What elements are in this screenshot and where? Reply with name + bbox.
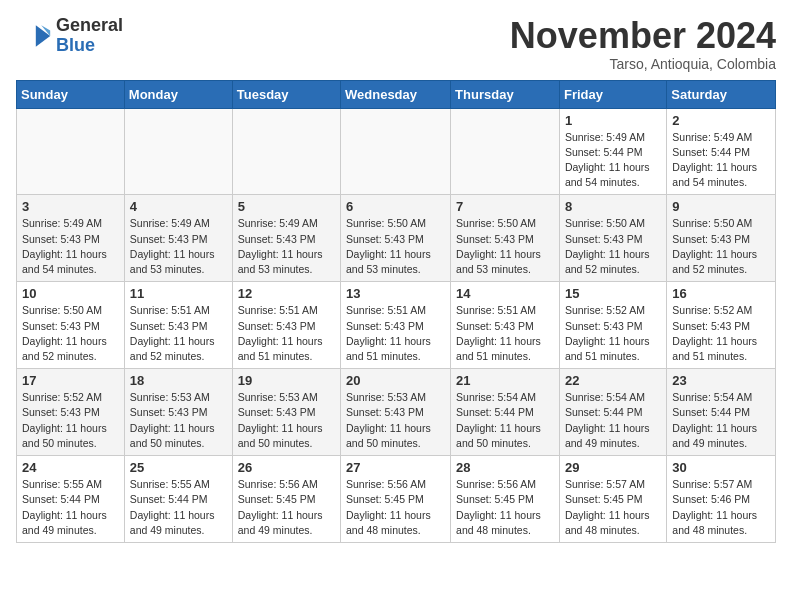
calendar-week-row: 1Sunrise: 5:49 AM Sunset: 5:44 PM Daylig… <box>17 108 776 195</box>
header-saturday: Saturday <box>667 80 776 108</box>
table-row <box>124 108 232 195</box>
table-row: 5Sunrise: 5:49 AM Sunset: 5:43 PM Daylig… <box>232 195 340 282</box>
table-row: 17Sunrise: 5:52 AM Sunset: 5:43 PM Dayli… <box>17 369 125 456</box>
table-row: 22Sunrise: 5:54 AM Sunset: 5:44 PM Dayli… <box>559 369 666 456</box>
day-info: Sunrise: 5:57 AM Sunset: 5:45 PM Dayligh… <box>565 477 661 538</box>
day-info: Sunrise: 5:54 AM Sunset: 5:44 PM Dayligh… <box>672 390 770 451</box>
day-info: Sunrise: 5:56 AM Sunset: 5:45 PM Dayligh… <box>346 477 445 538</box>
title-block: November 2024 Tarso, Antioquia, Colombia <box>510 16 776 72</box>
day-info: Sunrise: 5:51 AM Sunset: 5:43 PM Dayligh… <box>346 303 445 364</box>
day-number: 28 <box>456 460 554 475</box>
day-info: Sunrise: 5:49 AM Sunset: 5:43 PM Dayligh… <box>238 216 335 277</box>
page: General Blue November 2024 Tarso, Antioq… <box>0 0 792 559</box>
day-number: 2 <box>672 113 770 128</box>
day-number: 5 <box>238 199 335 214</box>
table-row: 10Sunrise: 5:50 AM Sunset: 5:43 PM Dayli… <box>17 282 125 369</box>
day-number: 10 <box>22 286 119 301</box>
table-row: 6Sunrise: 5:50 AM Sunset: 5:43 PM Daylig… <box>341 195 451 282</box>
day-info: Sunrise: 5:50 AM Sunset: 5:43 PM Dayligh… <box>456 216 554 277</box>
calendar-week-row: 10Sunrise: 5:50 AM Sunset: 5:43 PM Dayli… <box>17 282 776 369</box>
table-row <box>232 108 340 195</box>
day-number: 8 <box>565 199 661 214</box>
day-info: Sunrise: 5:50 AM Sunset: 5:43 PM Dayligh… <box>22 303 119 364</box>
day-info: Sunrise: 5:56 AM Sunset: 5:45 PM Dayligh… <box>456 477 554 538</box>
day-number: 27 <box>346 460 445 475</box>
header-wednesday: Wednesday <box>341 80 451 108</box>
table-row: 18Sunrise: 5:53 AM Sunset: 5:43 PM Dayli… <box>124 369 232 456</box>
day-info: Sunrise: 5:53 AM Sunset: 5:43 PM Dayligh… <box>238 390 335 451</box>
month-title: November 2024 <box>510 16 776 56</box>
day-number: 22 <box>565 373 661 388</box>
table-row <box>17 108 125 195</box>
day-number: 14 <box>456 286 554 301</box>
day-number: 11 <box>130 286 227 301</box>
day-number: 1 <box>565 113 661 128</box>
day-number: 16 <box>672 286 770 301</box>
table-row: 21Sunrise: 5:54 AM Sunset: 5:44 PM Dayli… <box>451 369 560 456</box>
logo-icon <box>16 18 52 54</box>
day-info: Sunrise: 5:51 AM Sunset: 5:43 PM Dayligh… <box>456 303 554 364</box>
table-row: 3Sunrise: 5:49 AM Sunset: 5:43 PM Daylig… <box>17 195 125 282</box>
header-monday: Monday <box>124 80 232 108</box>
table-row: 11Sunrise: 5:51 AM Sunset: 5:43 PM Dayli… <box>124 282 232 369</box>
table-row: 16Sunrise: 5:52 AM Sunset: 5:43 PM Dayli… <box>667 282 776 369</box>
day-number: 6 <box>346 199 445 214</box>
day-info: Sunrise: 5:52 AM Sunset: 5:43 PM Dayligh… <box>565 303 661 364</box>
calendar-week-row: 17Sunrise: 5:52 AM Sunset: 5:43 PM Dayli… <box>17 369 776 456</box>
table-row: 14Sunrise: 5:51 AM Sunset: 5:43 PM Dayli… <box>451 282 560 369</box>
table-row: 9Sunrise: 5:50 AM Sunset: 5:43 PM Daylig… <box>667 195 776 282</box>
day-info: Sunrise: 5:54 AM Sunset: 5:44 PM Dayligh… <box>565 390 661 451</box>
table-row: 13Sunrise: 5:51 AM Sunset: 5:43 PM Dayli… <box>341 282 451 369</box>
calendar-week-row: 24Sunrise: 5:55 AM Sunset: 5:44 PM Dayli… <box>17 456 776 543</box>
table-row <box>341 108 451 195</box>
header: General Blue November 2024 Tarso, Antioq… <box>16 16 776 72</box>
day-info: Sunrise: 5:50 AM Sunset: 5:43 PM Dayligh… <box>346 216 445 277</box>
logo: General Blue <box>16 16 123 56</box>
table-row: 15Sunrise: 5:52 AM Sunset: 5:43 PM Dayli… <box>559 282 666 369</box>
header-sunday: Sunday <box>17 80 125 108</box>
logo-general-text: General <box>56 16 123 36</box>
day-info: Sunrise: 5:49 AM Sunset: 5:43 PM Dayligh… <box>22 216 119 277</box>
day-info: Sunrise: 5:49 AM Sunset: 5:43 PM Dayligh… <box>130 216 227 277</box>
day-info: Sunrise: 5:50 AM Sunset: 5:43 PM Dayligh… <box>565 216 661 277</box>
day-number: 21 <box>456 373 554 388</box>
day-info: Sunrise: 5:55 AM Sunset: 5:44 PM Dayligh… <box>130 477 227 538</box>
calendar-week-row: 3Sunrise: 5:49 AM Sunset: 5:43 PM Daylig… <box>17 195 776 282</box>
table-row: 1Sunrise: 5:49 AM Sunset: 5:44 PM Daylig… <box>559 108 666 195</box>
day-number: 29 <box>565 460 661 475</box>
calendar-header-row: Sunday Monday Tuesday Wednesday Thursday… <box>17 80 776 108</box>
day-info: Sunrise: 5:52 AM Sunset: 5:43 PM Dayligh… <box>22 390 119 451</box>
day-number: 19 <box>238 373 335 388</box>
table-row: 4Sunrise: 5:49 AM Sunset: 5:43 PM Daylig… <box>124 195 232 282</box>
day-number: 3 <box>22 199 119 214</box>
header-friday: Friday <box>559 80 666 108</box>
day-info: Sunrise: 5:49 AM Sunset: 5:44 PM Dayligh… <box>565 130 661 191</box>
day-number: 17 <box>22 373 119 388</box>
day-info: Sunrise: 5:50 AM Sunset: 5:43 PM Dayligh… <box>672 216 770 277</box>
day-number: 7 <box>456 199 554 214</box>
day-number: 25 <box>130 460 227 475</box>
table-row: 29Sunrise: 5:57 AM Sunset: 5:45 PM Dayli… <box>559 456 666 543</box>
day-info: Sunrise: 5:49 AM Sunset: 5:44 PM Dayligh… <box>672 130 770 191</box>
day-number: 18 <box>130 373 227 388</box>
table-row: 19Sunrise: 5:53 AM Sunset: 5:43 PM Dayli… <box>232 369 340 456</box>
table-row: 24Sunrise: 5:55 AM Sunset: 5:44 PM Dayli… <box>17 456 125 543</box>
day-info: Sunrise: 5:52 AM Sunset: 5:43 PM Dayligh… <box>672 303 770 364</box>
table-row: 23Sunrise: 5:54 AM Sunset: 5:44 PM Dayli… <box>667 369 776 456</box>
table-row: 12Sunrise: 5:51 AM Sunset: 5:43 PM Dayli… <box>232 282 340 369</box>
day-info: Sunrise: 5:51 AM Sunset: 5:43 PM Dayligh… <box>130 303 227 364</box>
table-row: 20Sunrise: 5:53 AM Sunset: 5:43 PM Dayli… <box>341 369 451 456</box>
day-info: Sunrise: 5:56 AM Sunset: 5:45 PM Dayligh… <box>238 477 335 538</box>
table-row: 25Sunrise: 5:55 AM Sunset: 5:44 PM Dayli… <box>124 456 232 543</box>
header-thursday: Thursday <box>451 80 560 108</box>
logo-text: General Blue <box>56 16 123 56</box>
svg-marker-0 <box>36 25 50 47</box>
table-row <box>451 108 560 195</box>
day-number: 9 <box>672 199 770 214</box>
day-info: Sunrise: 5:55 AM Sunset: 5:44 PM Dayligh… <box>22 477 119 538</box>
header-tuesday: Tuesday <box>232 80 340 108</box>
day-number: 4 <box>130 199 227 214</box>
table-row: 7Sunrise: 5:50 AM Sunset: 5:43 PM Daylig… <box>451 195 560 282</box>
day-info: Sunrise: 5:54 AM Sunset: 5:44 PM Dayligh… <box>456 390 554 451</box>
day-number: 12 <box>238 286 335 301</box>
